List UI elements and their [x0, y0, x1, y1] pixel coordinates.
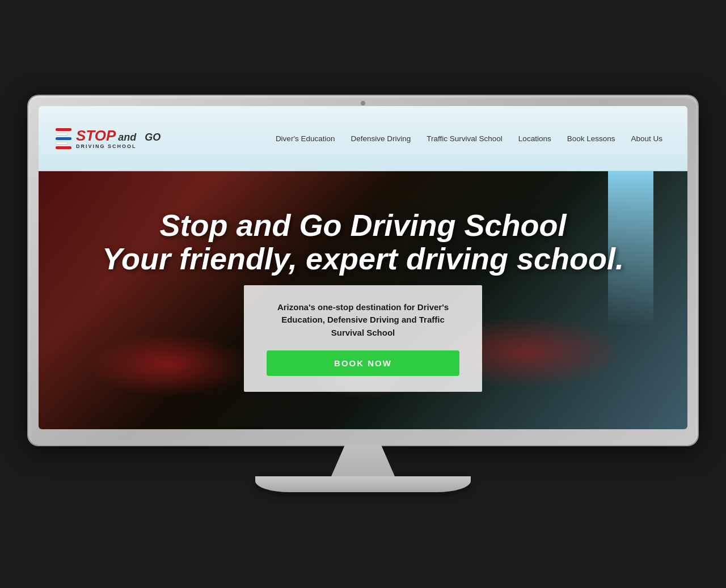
main-nav: Diver's Education Defensive Driving Traf… [183, 130, 670, 147]
book-now-button[interactable]: BOOK NOW [267, 350, 459, 376]
logo-go-text: GO [145, 132, 161, 143]
stripe-4 [56, 142, 68, 145]
hero-title: Stop and Go Driving School Your friendly… [102, 209, 624, 276]
logo-stop: STOP [76, 128, 116, 143]
hero-content: Stop and Go Driving School Your friendly… [39, 197, 687, 403]
logo-and-text: and [118, 132, 136, 143]
nav-traffic-survival-school[interactable]: Traffic Survival School [419, 130, 510, 147]
logo-area: STOP and GO DRIVING SCHOOL [56, 128, 161, 149]
hero-title-line1: Stop and Go Driving School [159, 208, 566, 242]
monitor-wrapper: STOP and GO DRIVING SCHOOL Diver' [28, 96, 698, 492]
hero-card: Arizona's one-stop destination for Drive… [244, 285, 482, 392]
website: STOP and GO DRIVING SCHOOL Diver' [39, 106, 687, 429]
stripe-1 [56, 128, 71, 131]
logo-and: and GO [118, 132, 161, 142]
logo-subtitle: DRIVING SCHOOL [76, 144, 161, 149]
site-header: STOP and GO DRIVING SCHOOL Diver' [39, 106, 687, 171]
hero-title-line2: Your friendly, expert driving school. [102, 242, 624, 276]
hero-section: Stop and Go Driving School Your friendly… [39, 171, 687, 429]
monitor-stand-base [255, 476, 471, 492]
stripe-5 [56, 146, 71, 149]
logo-stripes [56, 128, 71, 149]
hero-description: Arizona's one-stop destination for Drive… [267, 301, 459, 340]
stripe-3 [56, 137, 71, 140]
nav-locations[interactable]: Locations [510, 130, 559, 147]
nav-defensive-driving[interactable]: Defensive Driving [343, 130, 419, 147]
stripe-2 [56, 133, 68, 136]
monitor-screen: STOP and GO DRIVING SCHOOL Diver' [39, 106, 687, 429]
monitor-bezel: STOP and GO DRIVING SCHOOL Diver' [28, 96, 698, 445]
logo-text-block: STOP and GO DRIVING SCHOOL [76, 128, 161, 149]
nav-book-lessons[interactable]: Book Lessons [559, 130, 623, 147]
nav-about-us[interactable]: About Us [623, 130, 670, 147]
nav-divers-education[interactable]: Diver's Education [268, 130, 343, 147]
logo-name-line: STOP and GO [76, 128, 161, 143]
monitor-stand-neck [318, 445, 408, 476]
